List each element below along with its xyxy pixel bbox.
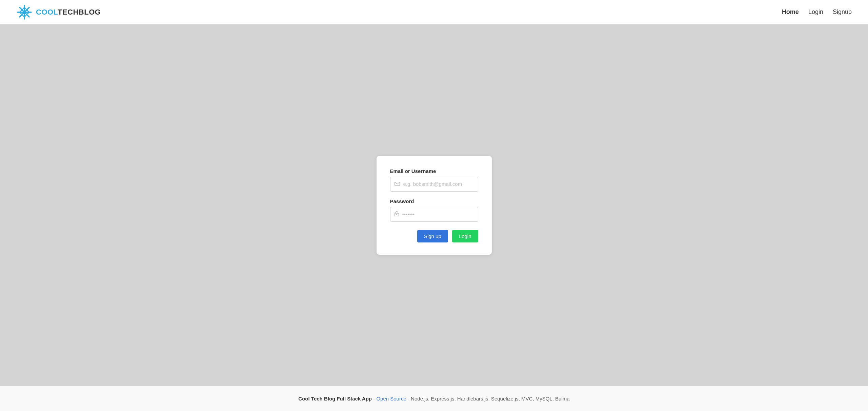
footer-tech-stack: - Node.js, Express.js, Handlebars.js, Se… bbox=[406, 396, 570, 402]
snowflake-icon bbox=[16, 4, 33, 20]
svg-point-12 bbox=[23, 11, 25, 13]
login-button[interactable]: Login bbox=[452, 230, 478, 242]
password-input-wrapper bbox=[390, 207, 478, 222]
login-card: Email or Username Password bbox=[377, 156, 492, 255]
email-input-wrapper bbox=[390, 177, 478, 192]
brand-blog: BLOG bbox=[79, 8, 101, 16]
nav-login[interactable]: Login bbox=[808, 8, 823, 16]
nav-links: Home Login Signup bbox=[782, 8, 852, 16]
svg-point-15 bbox=[396, 214, 397, 215]
brand-name: COOLTECHBLOG bbox=[36, 8, 101, 17]
footer: Cool Tech Blog Full Stack App - Open Sou… bbox=[0, 386, 868, 411]
brand-cool: COOL bbox=[36, 8, 58, 16]
logo-area: COOLTECHBLOG bbox=[16, 4, 101, 20]
nav-home[interactable]: Home bbox=[782, 8, 799, 16]
email-icon bbox=[395, 181, 400, 187]
navbar: COOLTECHBLOG Home Login Signup bbox=[0, 0, 868, 24]
button-row: Sign up Login bbox=[390, 230, 478, 242]
signup-button[interactable]: Sign up bbox=[417, 230, 448, 242]
footer-open-source-link[interactable]: Open Source bbox=[376, 396, 406, 402]
footer-separator: - bbox=[372, 396, 376, 402]
password-input[interactable] bbox=[402, 211, 474, 217]
password-label: Password bbox=[390, 198, 478, 204]
main-content: Email or Username Password bbox=[0, 24, 868, 386]
footer-app-name: Cool Tech Blog Full Stack App bbox=[298, 396, 372, 402]
footer-text: Cool Tech Blog Full Stack App - Open Sou… bbox=[7, 396, 861, 402]
email-input[interactable] bbox=[403, 181, 474, 187]
email-label: Email or Username bbox=[390, 168, 478, 174]
lock-icon bbox=[395, 211, 399, 218]
brand-tech: TECH bbox=[58, 8, 79, 16]
nav-signup[interactable]: Signup bbox=[833, 8, 852, 16]
